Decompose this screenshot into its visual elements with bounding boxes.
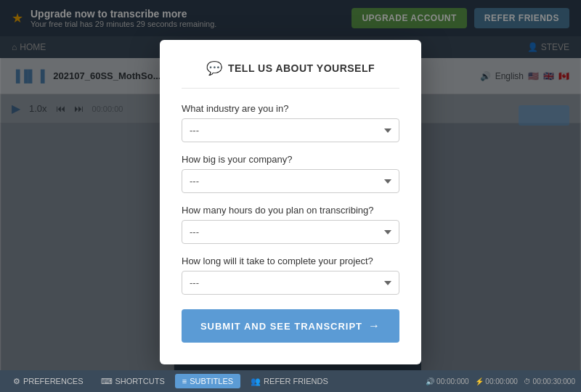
industry-field: What industry are you in? --- Technology… bbox=[182, 103, 399, 142]
hours-field: How many hours do you plan on transcribi… bbox=[182, 205, 399, 244]
chat-icon: 💬 bbox=[206, 60, 222, 76]
project-duration-select[interactable]: --- Less than a week 1-4 weeks 1-3 month… bbox=[182, 271, 399, 295]
refer-label: REFER FRIENDS bbox=[264, 377, 328, 385]
tell-us-modal: 💬 TELL US ABOUT YOURSELF What industry a… bbox=[160, 40, 421, 364]
shortcuts-icon: ⌨ bbox=[101, 377, 113, 386]
shortcuts-tab[interactable]: ⌨ SHORTCUTS bbox=[94, 374, 172, 389]
modal-header: 💬 TELL US ABOUT YOURSELF bbox=[182, 60, 399, 89]
arrow-right-icon: → bbox=[368, 319, 381, 332]
timecode-3: ⏱ 00:00:30:000 bbox=[524, 377, 575, 385]
refer-icon: 👥 bbox=[251, 377, 261, 386]
bottom-timecodes: 🔊 00:00:000 ⚡ 00:00:000 ⏱ 00:00:30:000 bbox=[426, 377, 575, 385]
company-size-label: How big is your company? bbox=[182, 154, 399, 165]
preferences-icon: ⚙ bbox=[13, 377, 20, 386]
preferences-label: PREFERENCES bbox=[23, 377, 84, 385]
company-size-select[interactable]: --- 1-10 11-50 51-200 201-500 500+ bbox=[182, 169, 399, 193]
hours-select[interactable]: --- Less than 1 hour/month 1-5 hours/mon… bbox=[182, 220, 399, 244]
industry-label: What industry are you in? bbox=[182, 103, 399, 114]
project-duration-label: How long will it take to complete your p… bbox=[182, 256, 399, 266]
bottom-bar: ⚙ PREFERENCES ⌨ SHORTCUTS ≡ SUBTITLES 👥 … bbox=[0, 370, 581, 392]
project-duration-field: How long will it take to complete your p… bbox=[182, 256, 399, 295]
refer-friends-tab[interactable]: 👥 REFER FRIENDS bbox=[243, 374, 336, 389]
subtitles-tab-bottom[interactable]: ≡ SUBTITLES bbox=[175, 374, 240, 388]
preferences-tab[interactable]: ⚙ PREFERENCES bbox=[6, 374, 91, 389]
timecode-2: ⚡ 00:00:000 bbox=[475, 377, 518, 385]
shortcuts-label: SHORTCUTS bbox=[115, 377, 165, 385]
industry-select[interactable]: --- Technology Media Education Healthcar… bbox=[182, 118, 399, 142]
subtitles-label: SUBTITLES bbox=[190, 377, 233, 385]
submit-label: SUBMIT AND SEE TRANSCRIPT bbox=[200, 321, 362, 332]
company-size-field: How big is your company? --- 1-10 11-50 … bbox=[182, 154, 399, 193]
subtitles-icon: ≡ bbox=[182, 377, 187, 385]
timecode-1: 🔊 00:00:000 bbox=[426, 377, 468, 385]
submit-button[interactable]: SUBMIT AND SEE TRANSCRIPT → bbox=[182, 309, 399, 343]
hours-label: How many hours do you plan on transcribi… bbox=[182, 205, 399, 216]
modal-title: TELL US ABOUT YOURSELF bbox=[228, 62, 375, 74]
